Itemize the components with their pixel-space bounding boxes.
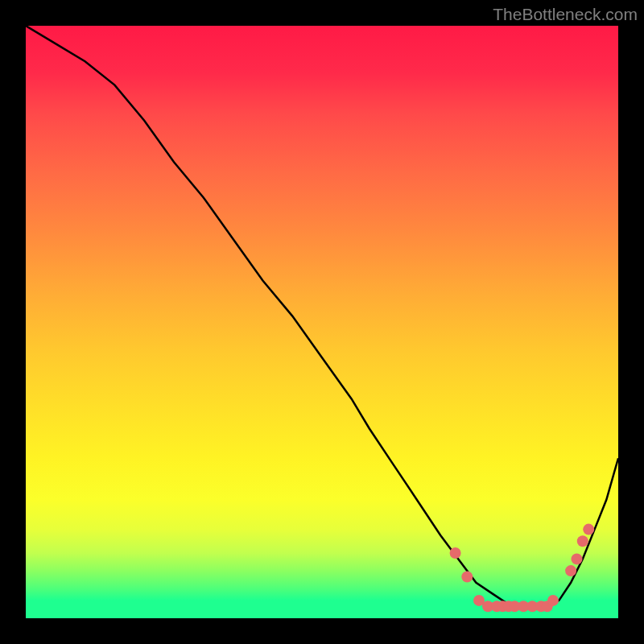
chart-container: TheBottleneck.com (0, 0, 644, 644)
marker-dot (572, 553, 583, 564)
marker-dot (577, 535, 588, 547)
curve-path (26, 26, 618, 606)
marker-dot (547, 595, 559, 606)
marker-dot (565, 565, 576, 576)
marker-dot (583, 524, 594, 535)
marker-dot (450, 547, 461, 559)
chart-svg (26, 26, 618, 618)
curve-line (26, 26, 618, 606)
marker-dot (461, 572, 473, 583)
markers-group (450, 524, 595, 613)
watermark-text: TheBottleneck.com (493, 5, 638, 24)
plot-area (26, 26, 618, 618)
